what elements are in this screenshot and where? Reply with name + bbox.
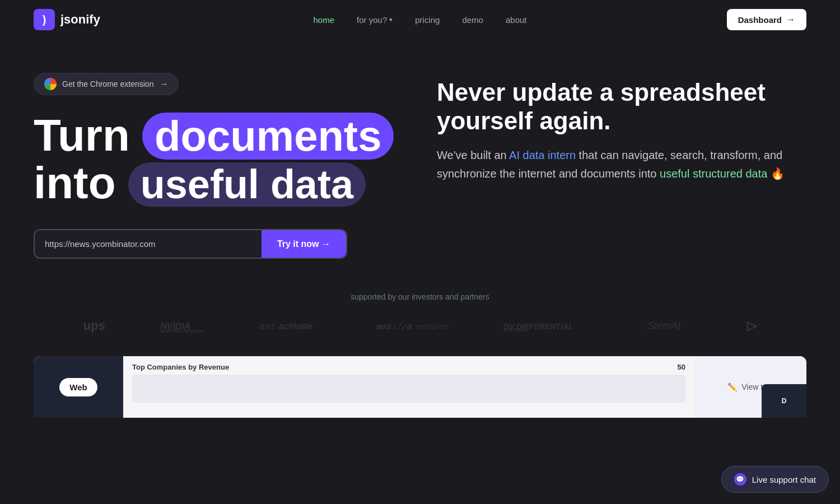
headline-documents: documents <box>142 113 394 160</box>
dashboard-button[interactable]: Dashboard → <box>727 9 806 30</box>
logo-text: jsonify <box>60 12 100 27</box>
nav-item-home[interactable]: home <box>314 15 335 25</box>
partner-aws: aws activate <box>259 318 321 334</box>
navbar: ) jsonify home for you? ▾ pricing demo a… <box>0 0 840 39</box>
chat-icon: 💬 <box>734 473 746 486</box>
useful-structured-data-link[interactable]: useful structured data 🔥 <box>660 167 785 180</box>
table-title: Top Companies by Revenue <box>132 363 229 371</box>
live-chat-label: Live support chat <box>752 475 816 484</box>
headline-useful-data: useful data <box>128 162 366 207</box>
partner-stemai: StemAI <box>647 318 692 334</box>
nav-item-demo[interactable]: demo <box>462 15 483 25</box>
bottom-middle-panel: Top Companies by Revenue 50 <box>123 356 694 418</box>
chrome-extension-badge[interactable]: Get the Chrome extension → <box>34 73 179 95</box>
dashboard-preview: D <box>762 384 806 418</box>
table-body-preview <box>132 375 685 403</box>
bottom-left-panel: Web <box>34 356 123 418</box>
svg-text:INCEPTION PROGRAM: INCEPTION PROGRAM <box>160 329 203 333</box>
svg-text:activate: activate <box>279 321 312 331</box>
url-input-row: Try it now → <box>34 229 347 259</box>
hero-headline: Turn documents into useful data <box>34 112 403 207</box>
live-chat-button[interactable]: 💬 Live support chat <box>721 466 829 493</box>
table-count: 50 <box>678 363 685 371</box>
arrow-right-icon: → <box>786 15 795 25</box>
hero-left: Get the Chrome extension → Turn document… <box>34 73 403 259</box>
partner-partial-right: ▷ <box>747 319 757 333</box>
hero-right-description: We've built an AI data intern that can n… <box>437 146 806 183</box>
supported-section: supported by our investors and partners … <box>0 281 840 351</box>
svg-text:VENTURES: VENTURES <box>503 328 528 333</box>
chevron-down-icon: ▾ <box>389 16 393 24</box>
partner-partial-left: ups <box>83 319 105 333</box>
hero-right: Never update a spreadsheet yourself agai… <box>437 73 806 259</box>
svg-text:StemAI: StemAI <box>647 320 680 332</box>
supported-label: supported by our investors and partners <box>34 292 806 301</box>
try-it-now-button[interactable]: Try it now → <box>262 230 346 258</box>
nav-item-for-you[interactable]: for you? ▾ <box>357 15 393 25</box>
partner-nvidia: NVIDIA INCEPTION PROGRAM <box>160 319 205 333</box>
arrow-right-icon: → <box>159 79 168 89</box>
nav-item-about[interactable]: about <box>506 15 527 25</box>
svg-text:ventures: ventures <box>416 321 449 331</box>
partner-mozilla: moz://a ventures <box>376 318 449 334</box>
partner-logos: ups NVIDIA INCEPTION PROGRAM aws activat… <box>34 318 806 334</box>
chrome-icon <box>44 78 57 90</box>
logo-icon: ) <box>34 9 55 30</box>
partner-dv: DV DIFFERENTIAL VENTURES <box>503 318 593 334</box>
svg-text:moz://a: moz://a <box>376 321 412 332</box>
hero-right-headline: Never update a spreadsheet yourself agai… <box>437 78 806 135</box>
ai-data-intern-link[interactable]: AI data intern <box>509 149 576 161</box>
hero-section: Get the Chrome extension → Turn document… <box>0 39 840 281</box>
url-input[interactable] <box>35 230 262 258</box>
pencil-icon: ✏️ <box>727 382 737 391</box>
nav-links: home for you? ▾ pricing demo about <box>314 15 527 25</box>
logo[interactable]: ) jsonify <box>34 9 100 30</box>
table-header: Top Companies by Revenue 50 <box>132 363 685 371</box>
web-badge: Web <box>59 378 97 396</box>
svg-text:aws: aws <box>259 321 275 331</box>
bottom-preview-section: Web Top Companies by Revenue 50 ✏️ View … <box>34 356 806 418</box>
nav-item-pricing[interactable]: pricing <box>415 15 440 25</box>
